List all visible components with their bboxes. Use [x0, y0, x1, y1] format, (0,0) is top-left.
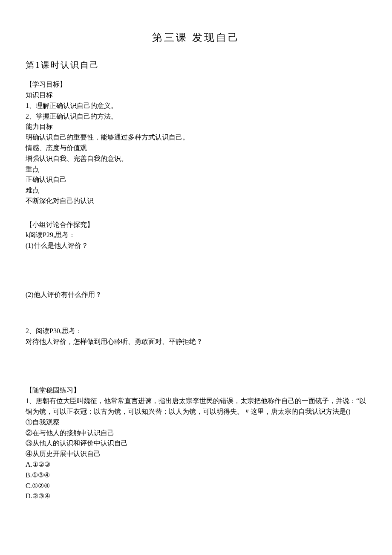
exercise-choice-d: D.②③④	[26, 491, 366, 502]
knowledge-label: 知识目标	[26, 90, 366, 101]
document-page: 第三课 发现自己 第1课时认识自己 【学习目标】 知识目标 1、理解正确认识自己…	[0, 0, 392, 519]
exercise-statement-2: ②在与他人的接触中认识自己	[26, 428, 366, 439]
group-question-1: (1)什么是他人评价？	[26, 241, 366, 251]
knowledge-item-1: 1、理解正确认识自己的意义。	[26, 101, 366, 111]
exercise-header: 【随堂稳固练习】	[26, 385, 366, 396]
exercise-choice-b: B.①③④	[26, 470, 366, 481]
answer-space	[26, 300, 366, 326]
exercise-statement-4: ④从历史开展中认识自己	[26, 449, 366, 459]
ability-item-1: 明确认识自己的重要性，能够通过多种方式认识自己。	[26, 132, 366, 143]
exercise-statement-3: ③从他人的认识和评价中认识自己	[26, 438, 366, 449]
exercise-choice-a: Λ.①②③	[26, 459, 366, 470]
answer-space	[26, 251, 366, 290]
answer-space	[26, 347, 366, 385]
exercise-statement-1: ①自我观察	[26, 417, 366, 428]
difficulty-item-1: 不断深化对自己的认识	[26, 196, 366, 206]
keypoint-label: 重点	[26, 164, 366, 175]
attitude-item-1: 增强认识自我、完善自我的意识。	[26, 154, 366, 164]
lesson-subtitle: 第1课时认识自己	[26, 58, 366, 72]
group-read-1: k阅读P29,思考：	[26, 230, 366, 241]
keypoint-item-1: 正确认识自己	[26, 174, 366, 185]
group-question-2: (2)他人评价有什么作用？	[26, 290, 366, 300]
group-question-3: 对待他人评价，怎样做到用心聆听、勇敢面对、平静拒绝？	[26, 337, 366, 347]
objectives-header: 【学习目标】	[26, 79, 366, 90]
difficulty-label: 难点	[26, 185, 366, 196]
exercise-q1-stem: 1、唐朝有位大臣叫魏征，他常常直言进谏，指出唐太宗李世民的错误，太宗把他称作自己…	[26, 396, 366, 417]
knowledge-item-2: 2、掌握正确认识自己的方法。	[26, 111, 366, 122]
group-read-2: 2、阅读P30,思考：	[26, 326, 366, 337]
main-title: 第三课 发现自己	[26, 30, 366, 46]
attitude-label: 情感、态度与价值观	[26, 143, 366, 154]
exercise-choice-c: C.①②④	[26, 481, 366, 491]
group-discussion-header: 【小组讨论合作探究】	[26, 220, 366, 230]
ability-label: 能力目标	[26, 122, 366, 132]
